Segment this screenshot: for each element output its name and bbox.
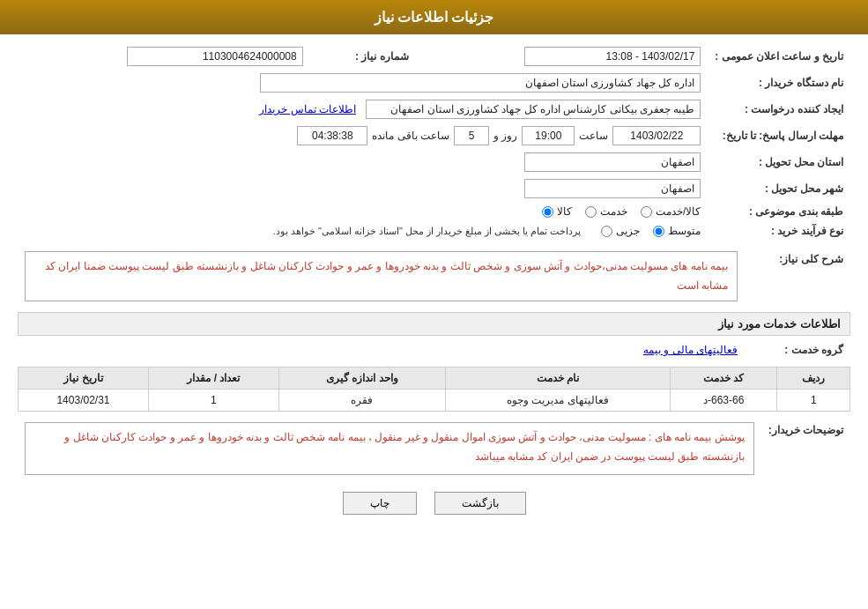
col-header-date: تاریخ نیاز [19,368,149,390]
process-label: نوع فرآیند خرید : [708,221,850,241]
row-number: 1 [777,390,850,412]
process-row: متوسط جزیی پرداخت تمام یا بخشی از مبلغ خ… [25,225,701,237]
creator-contact-link[interactable]: اطلاعات تماس خریدار [259,103,356,115]
buyer-notes-row: توضیحات خریدار: پوشش بیمه نامه های : مسو… [18,419,850,479]
remaining-time-value: 04:38:38 [297,126,367,145]
services-header-row: ردیف کد خدمت نام خدمت واحد اندازه گیری ت… [19,368,850,390]
service-group-cell: فعالیتهای مالی و بیمه [18,340,745,360]
buyer-org-value: اداره کل جهاد کشاورزی استان اصفهان [260,73,701,93]
row-code: 663-66-د [670,390,777,412]
city-value: اصفهان [524,179,701,198]
col-header-unit: واحد اندازه گیری [278,368,445,390]
services-table-header: ردیف کد خدمت نام خدمت واحد اندازه گیری ت… [19,368,850,390]
category-kala-khedmat-radio[interactable] [641,206,652,218]
page-container: جزئیات اطلاعات نیاز تاریخ و ساعت اعلان ع… [0,0,868,609]
need-description-table: شرح کلی نیاز: بیمه نامه های مسولیت مدنی،… [18,248,850,305]
announce-date-value: 1403/02/17 - 13:08 [524,47,701,66]
buyer-notes-label: توضیحات خریدار: [761,419,850,479]
need-description-value: بیمه نامه های مسولیت مدنی،حوادث و آتش سو… [25,251,738,301]
province-value: اصفهان [524,152,701,172]
print-button[interactable]: چاپ [343,492,417,515]
process-radio-group: متوسط جزیی [601,225,701,237]
creator-label: ایجاد کننده درخواست : [708,96,850,123]
process-jozi-label: جزیی [616,225,640,237]
province-cell: اصفهان [18,149,708,175]
category-option-kala[interactable]: کالا [542,205,572,218]
response-time-value: 19:00 [522,126,575,145]
services-table-body: 1 663-66-د فعالیتهای مدیریت وجوه فقره 1 … [19,390,850,412]
main-content: تاریخ و ساعت اعلان عمومی : 1403/02/17 - … [0,34,868,537]
process-option-mutawaset[interactable]: متوسط [653,225,701,237]
announce-date-cell: 1403/02/17 - 13:08 [416,43,708,70]
col-header-name: نام خدمت [446,368,671,390]
row-creator: ایجاد کننده درخواست : طیبه جعفری بیکانی … [18,96,850,123]
services-section-title: اطلاعات خدمات مورد نیاز [18,312,850,336]
announce-date-label: تاریخ و ساعت اعلان عمومی : [708,43,850,70]
col-header-row: ردیف [777,368,850,390]
need-number-label: شماره نیاز : [310,43,416,70]
process-mutawaset-radio[interactable] [653,226,664,237]
process-jozi-radio[interactable] [601,226,612,237]
info-table: تاریخ و ساعت اعلان عمومی : 1403/02/17 - … [18,43,850,241]
back-button[interactable]: بازگشت [434,492,526,515]
category-kala-radio[interactable] [542,206,553,218]
category-kala-label: کالا [557,205,572,218]
city-cell: اصفهان [18,175,708,202]
buyer-notes-table: توضیحات خریدار: پوشش بیمه نامه های : مسو… [18,419,850,479]
city-label: شهر محل تحویل : [708,175,850,202]
process-description: پرداخت تمام یا بخشی از مبلغ خریدار از مح… [273,226,582,237]
row-deadline: مهلت ارسال پاسخ: تا تاریخ: 1403/02/22 سا… [18,123,850,149]
services-table: ردیف کد خدمت نام خدمت واحد اندازه گیری ت… [18,367,850,412]
creator-value: طیبه جعفری بیکانی کارشناس اداره کل جهاد … [366,100,701,119]
province-label: استان محل تحویل : [708,149,850,175]
service-group-row: گروه خدمت : فعالیتهای مالی و بیمه [18,340,850,360]
page-title: جزئیات اطلاعات نیاز [375,10,494,25]
category-cell: کالا/خدمت خدمت کالا [18,202,708,221]
row-process: نوع فرآیند خرید : متوسط جزیی [18,221,850,241]
response-date-value: 1403/02/22 [612,126,701,145]
need-description-label: شرح کلی نیاز: [745,248,850,305]
service-group-table: گروه خدمت : فعالیتهای مالی و بیمه [18,340,850,360]
need-number-value: 1103004624000008 [127,47,303,66]
col-header-code: کد خدمت [670,368,777,390]
category-option-khedmat[interactable]: خدمت [585,205,627,218]
row-date: 1403/02/31 [19,390,149,412]
need-description-cell: بیمه نامه های مسولیت مدنی،حوادث و آتش سو… [18,248,745,305]
response-time-label: ساعت [579,130,608,142]
buyer-org-label: نام دستگاه خریدار : [708,70,850,96]
table-row: 1 663-66-د فعالیتهای مدیریت وجوه فقره 1 … [19,390,850,412]
button-row: بازگشت چاپ [18,492,850,515]
remaining-time-label: ساعت باقی مانده [372,130,449,142]
response-deadline-label: مهلت ارسال پاسخ: تا تاریخ: [708,123,850,149]
buyer-notes-cell: پوشش بیمه نامه های : مسولیت مدنی، حوادث … [18,419,761,479]
deadline-cell: 1403/02/22 ساعت 19:00 روز و 5 ساعت باقی … [18,123,708,149]
category-radio-group: کالا/خدمت خدمت کالا [25,205,701,218]
row-need-number: تاریخ و ساعت اعلان عمومی : 1403/02/17 - … [18,43,850,70]
buyer-notes-value: پوشش بیمه نامه های : مسولیت مدنی، حوادث … [25,422,754,475]
response-days-label: روز و [493,130,517,142]
deadline-row: 1403/02/22 ساعت 19:00 روز و 5 ساعت باقی … [25,126,701,145]
row-buyer-org: نام دستگاه خریدار : اداره کل جهاد کشاورز… [18,70,850,96]
row-city: شهر محل تحویل : اصفهان [18,175,850,202]
service-group-label: گروه خدمت : [745,340,850,360]
process-option-jozi[interactable]: جزیی [601,225,640,237]
process-cell: متوسط جزیی پرداخت تمام یا بخشی از مبلغ خ… [18,221,708,241]
need-number-cell: 1103004624000008 [18,43,310,70]
category-option-kala-khedmat[interactable]: کالا/خدمت [641,205,701,218]
buyer-org-cell: اداره کل جهاد کشاورزی استان اصفهان [18,70,708,96]
row-service-name: فعالیتهای مدیریت وجوه [446,390,671,412]
creator-cell: طیبه جعفری بیکانی کارشناس اداره کل جهاد … [18,96,708,123]
category-label: طبقه بندی موضوعی : [708,202,850,221]
row-quantity: 1 [148,390,278,412]
row-unit: فقره [278,390,445,412]
service-group-value[interactable]: فعالیتهای مالی و بیمه [643,344,738,356]
category-khedmat-label: خدمت [600,205,627,218]
process-mutawaset-label: متوسط [668,225,701,237]
response-days-value: 5 [454,126,489,145]
col-header-qty: تعداد / مقدار [148,368,278,390]
page-header: جزئیات اطلاعات نیاز [0,0,868,34]
row-category: طبقه بندی موضوعی : کالا/خدمت خدمت [18,202,850,221]
category-khedmat-radio[interactable] [585,206,597,218]
category-kala-khedmat-label: کالا/خدمت [656,205,701,218]
row-province: استان محل تحویل : اصفهان [18,149,850,175]
